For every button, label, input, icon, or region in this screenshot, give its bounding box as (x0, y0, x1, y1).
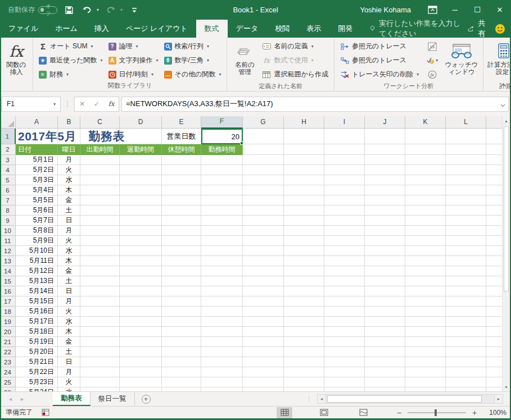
cell-G[interactable] (243, 307, 284, 317)
trace-dependents-button[interactable]: 参照先のトレース (337, 54, 422, 67)
cell-I[interactable] (324, 206, 365, 216)
cell-D[interactable] (120, 175, 162, 185)
cell-J[interactable] (365, 327, 405, 337)
ribbon-tab-挿入[interactable]: 挿入 (86, 20, 117, 38)
cell-I[interactable] (324, 175, 365, 185)
cell-H[interactable] (284, 129, 324, 144)
cell-K[interactable] (405, 206, 446, 216)
cell-I[interactable] (324, 296, 365, 307)
sheet-tab-勤務表[interactable]: 勤務表 (53, 392, 91, 406)
column-header-D[interactable]: D (120, 116, 162, 129)
weekday-cell[interactable]: 土 (58, 276, 80, 286)
weekday-cell[interactable]: 金 (58, 337, 80, 347)
cell-C[interactable] (80, 387, 120, 391)
name-box-caret-icon[interactable]: ▾ (49, 102, 60, 107)
date-cell[interactable]: 5月21日 (16, 357, 58, 367)
close-button[interactable]: ✕ (489, 0, 511, 20)
zoom-out-button[interactable]: − (395, 408, 403, 417)
cell-H[interactable] (284, 276, 324, 286)
cell-K[interactable] (405, 367, 446, 377)
cell-K[interactable] (405, 155, 446, 165)
cell-G[interactable] (243, 195, 284, 206)
cell-C[interactable] (80, 307, 120, 317)
date-cell[interactable]: 5月4日 (16, 185, 58, 195)
cell-C[interactable] (80, 327, 120, 337)
cell-E[interactable] (162, 276, 201, 286)
cell-I[interactable] (324, 236, 365, 246)
cell-J[interactable] (365, 377, 405, 387)
column-header-G[interactable]: G (243, 116, 284, 129)
date-cell[interactable]: 5月20日 (16, 347, 58, 357)
cell-E[interactable] (162, 317, 201, 327)
row-header-9[interactable]: 9 (0, 216, 16, 226)
row-header-18[interactable]: 18 (0, 307, 16, 317)
cell-F[interactable] (201, 155, 243, 165)
date-cell[interactable]: 5月10日 (16, 246, 58, 256)
cell-H[interactable] (284, 236, 324, 246)
cell-E[interactable] (162, 185, 201, 195)
undo-button[interactable] (81, 4, 93, 16)
cell-H[interactable] (284, 266, 324, 276)
cell-E[interactable] (162, 256, 201, 266)
date-cell[interactable]: 5月17日 (16, 317, 58, 327)
cell-F[interactable] (201, 256, 243, 266)
cell-G[interactable] (243, 226, 284, 236)
selected-cell-F1[interactable]: 20 (201, 129, 243, 144)
weekday-cell[interactable]: 火 (58, 307, 80, 317)
cell-H[interactable] (284, 195, 324, 206)
cell-K[interactable] (405, 216, 446, 226)
cell-K[interactable] (405, 165, 446, 175)
cell-G[interactable] (243, 236, 284, 246)
cell-J[interactable] (365, 226, 405, 236)
row-header-5[interactable]: 5 (0, 175, 16, 185)
date-cell[interactable]: 5月13日 (16, 276, 58, 286)
cell-F[interactable] (201, 327, 243, 337)
cell-C[interactable] (80, 236, 120, 246)
date-cell[interactable]: 5月22日 (16, 367, 58, 377)
cell-L[interactable] (446, 185, 486, 195)
minimize-button[interactable]: ─ (444, 0, 466, 20)
cell-K[interactable] (405, 236, 446, 246)
cell-E[interactable] (162, 377, 201, 387)
cell-D[interactable] (120, 129, 162, 144)
ribbon-display-options-button[interactable] (421, 0, 444, 20)
worksheet-grid[interactable]: ABCDEFGHIJKL 12017年5月 勤務表営業日数202日付曜日出勤時間… (0, 116, 511, 391)
cell-F[interactable] (201, 317, 243, 327)
cell-C[interactable] (80, 337, 120, 347)
weekday-cell[interactable]: 水 (58, 175, 80, 185)
cell-J[interactable] (365, 216, 405, 226)
ribbon-tab-開発[interactable]: 開発 (329, 20, 361, 38)
cell-D[interactable] (120, 246, 162, 256)
cell-C[interactable] (80, 206, 120, 216)
customize-qat-button[interactable] (128, 4, 141, 16)
cell-H[interactable] (284, 337, 324, 347)
cell-J[interactable] (365, 367, 405, 377)
cell-L[interactable] (446, 377, 486, 387)
cell-I[interactable] (324, 307, 365, 317)
weekday-cell[interactable]: 木 (58, 327, 80, 337)
date-cell[interactable]: 5月7日 (16, 216, 58, 226)
page-layout-view-button[interactable] (316, 407, 332, 418)
cell-J[interactable] (365, 296, 405, 307)
cell-K[interactable] (405, 317, 446, 327)
cell-E[interactable] (162, 206, 201, 216)
cell-L[interactable] (446, 266, 486, 276)
cell-G[interactable] (243, 327, 284, 337)
weekday-cell[interactable]: 水 (58, 317, 80, 327)
cell-D[interactable] (120, 377, 162, 387)
new-sheet-button[interactable]: + (135, 392, 157, 406)
cell-I[interactable] (324, 387, 365, 391)
cell-E[interactable] (162, 347, 201, 357)
weekday-cell[interactable]: 金 (58, 195, 80, 206)
cell-D[interactable] (120, 266, 162, 276)
row-header-14[interactable]: 14 (0, 266, 16, 276)
cell-K[interactable] (405, 337, 446, 347)
scroll-down-arrow-icon[interactable]: ▼ (503, 382, 510, 391)
cell-H[interactable] (284, 286, 324, 296)
sheet-tab-祭日一覧[interactable]: 祭日一覧 (91, 392, 135, 406)
date-cell[interactable]: 5月6日 (16, 206, 58, 216)
cell-L[interactable] (446, 296, 486, 307)
column-header-K[interactable]: K (405, 116, 446, 129)
cell-F[interactable] (201, 236, 243, 246)
row-header-2[interactable]: 2 (0, 144, 16, 155)
